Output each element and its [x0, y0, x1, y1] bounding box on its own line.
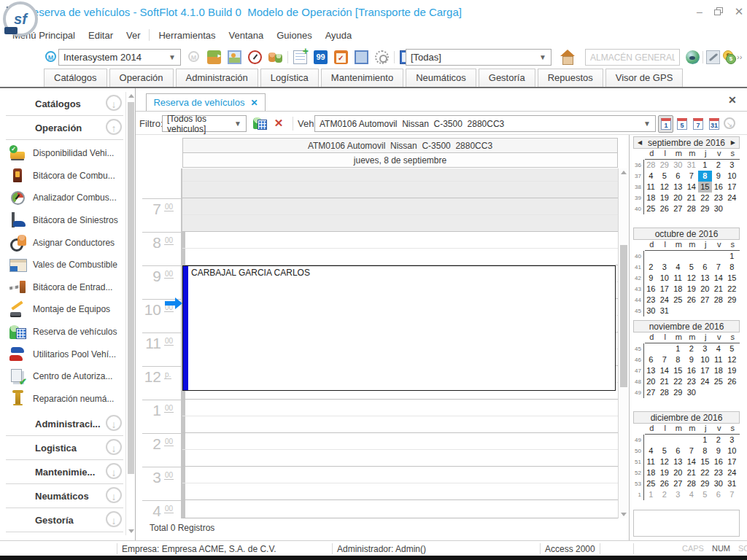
- calendar-day[interactable]: 18: [644, 192, 658, 203]
- sidebar-section-operacion[interactable]: Operación↑: [6, 116, 123, 140]
- todas-select[interactable]: [Todas]▼: [406, 49, 551, 66]
- sidebar-section-logistica[interactable]: Logistica↓: [6, 436, 123, 460]
- calendar-day[interactable]: 4: [671, 262, 685, 273]
- sidebar-section-neumaticos[interactable]: Neumáticos↓: [6, 484, 123, 508]
- calendar-day[interactable]: 5: [658, 446, 672, 456]
- calendar-day[interactable]: 5: [725, 343, 739, 354]
- table-grid-icon[interactable]: [355, 50, 368, 64]
- calendar-day[interactable]: 8: [725, 262, 739, 273]
- expand-arrow-icon[interactable]: ↓: [106, 463, 122, 479]
- sidebar-item-reserva-de-vehiculos[interactable]: Reserva de vehículos: [0, 321, 135, 343]
- calendar-day[interactable]: 26: [685, 295, 699, 306]
- calendar-day[interactable]: 10: [658, 273, 672, 284]
- panel-close-icon[interactable]: ✕: [728, 94, 737, 106]
- ribbon-tab-repuestos[interactable]: Repuestos: [538, 69, 603, 87]
- ribbon-tab-neumaticos[interactable]: Neumáticos: [406, 69, 476, 87]
- calendar-day[interactable]: 19: [685, 284, 699, 295]
- minimize-button[interactable]: –: [692, 4, 708, 19]
- home-icon[interactable]: [560, 50, 574, 64]
- scroll-up-icon[interactable]: [128, 94, 134, 98]
- expand-arrow-icon[interactable]: ↓: [106, 511, 122, 527]
- sidebar-item-utilitarios-pool-vehi[interactable]: Utilitarios Pool Vehí...: [0, 343, 135, 365]
- calendar-day[interactable]: 31: [685, 160, 699, 171]
- calendar-day[interactable]: 15: [725, 273, 739, 284]
- clear-filter-icon[interactable]: ✕: [271, 116, 286, 131]
- calendar-day[interactable]: 10: [725, 171, 739, 182]
- scrollbar-thumb[interactable]: [620, 245, 627, 387]
- calendar-day[interactable]: 19: [658, 467, 672, 478]
- menu-ayuda[interactable]: Ayuda: [319, 27, 359, 44]
- scroll-down-icon[interactable]: [621, 513, 627, 516]
- calendar-day[interactable]: 6: [644, 354, 658, 365]
- sidebar-item-bitacora-de-entrad[interactable]: Bitácora de Entrad...: [0, 276, 135, 299]
- calendar-day[interactable]: 29: [671, 387, 685, 398]
- calendar-day[interactable]: 20: [671, 467, 685, 478]
- clipboard-check-icon[interactable]: [334, 50, 348, 64]
- ribbon-tab-operacion[interactable]: Operación: [109, 69, 174, 87]
- ribbon-tab-catalogos[interactable]: Catálogos: [44, 69, 107, 87]
- calendar-day[interactable]: 17: [725, 456, 739, 467]
- sidebar-item-asignar-conductores[interactable]: Asignar Conductores: [0, 231, 135, 254]
- calendar-day[interactable]: 19: [658, 192, 672, 203]
- calendar-day[interactable]: 20: [698, 284, 712, 295]
- close-button[interactable]: ✕: [731, 4, 747, 19]
- calendar-day[interactable]: 28: [658, 387, 672, 398]
- menu-ver[interactable]: Ver: [120, 27, 147, 44]
- sidebar-item-vales-de-combustible[interactable]: Vales de Combustible: [0, 254, 135, 276]
- calendar-day[interactable]: 25: [644, 203, 658, 214]
- calendar-day[interactable]: 29: [658, 160, 672, 171]
- almacen-input[interactable]: [585, 49, 680, 66]
- calendar-day[interactable]: 3: [671, 489, 685, 500]
- calendar-day[interactable]: 27: [671, 203, 685, 214]
- calendar-day[interactable]: 2: [685, 343, 699, 354]
- sidebar-item-bitacora-de-siniestros[interactable]: Bitácora de Siniestros: [0, 209, 135, 232]
- scroll-up-icon[interactable]: [621, 171, 627, 174]
- calendar-day[interactable]: 21: [685, 467, 699, 478]
- calendar-day[interactable]: 9: [712, 446, 726, 456]
- ribbon-tab-visor-de-gps[interactable]: Visor de GPS: [605, 69, 684, 87]
- calendar-day[interactable]: 8: [698, 446, 712, 456]
- calendar-day[interactable]: 5: [658, 171, 672, 182]
- calendar-day[interactable]: 17: [658, 284, 672, 295]
- calendar-day[interactable]: 16: [712, 456, 726, 467]
- calendar-day[interactable]: 12: [725, 354, 739, 365]
- expand-arrow-icon[interactable]: ↓: [106, 95, 122, 111]
- calendar-day[interactable]: 16: [712, 182, 726, 192]
- calendar-day[interactable]: 21: [685, 192, 699, 203]
- calendar-day[interactable]: 28: [685, 478, 699, 489]
- restore-button[interactable]: [711, 4, 727, 19]
- calendar-day[interactable]: 22: [725, 284, 739, 295]
- calendar-day[interactable]: 23: [644, 295, 658, 306]
- sidebar-section-mantenimie[interactable]: Mantenimie...↓: [6, 460, 123, 484]
- module-m-icon[interactable]: M: [45, 51, 56, 62]
- scheduler-grid[interactable]: CARBAJAL GARCIA CARLOS: [182, 168, 618, 518]
- export-box-icon[interactable]: [207, 50, 221, 64]
- sidebar-item-centro-de-autoriza[interactable]: Centro de Autoriza...: [0, 365, 135, 388]
- calendar-day[interactable]: 29: [725, 295, 739, 306]
- calendar-day[interactable]: 30: [644, 306, 658, 316]
- menu-editar[interactable]: Editar: [82, 27, 120, 44]
- calendar-day[interactable]: 30: [712, 478, 726, 489]
- calendar-day[interactable]: 24: [698, 376, 712, 387]
- ribbon-tab-logistica[interactable]: Logística: [260, 69, 319, 87]
- calendar-day[interactable]: 27: [644, 387, 658, 398]
- calendar-day[interactable]: 13: [644, 365, 658, 376]
- calendar-day[interactable]: 4: [644, 171, 658, 182]
- calendar-day[interactable]: 28: [712, 295, 726, 306]
- globe-icon[interactable]: [686, 50, 700, 64]
- sidebar-section-catalogos[interactable]: Catálogos↓: [6, 92, 123, 116]
- calendar-day[interactable]: 22: [671, 376, 685, 387]
- calendar-day[interactable]: 18: [712, 365, 726, 376]
- calendar-day[interactable]: 22: [698, 467, 712, 478]
- menu-ventana[interactable]: Ventana: [222, 27, 271, 44]
- vehiculo-select[interactable]: ATM0106 Automovil Nissan C-3500 2880CC3▼: [314, 115, 656, 132]
- sidebar-item-bitacora-de-combu[interactable]: Bitácora de Combu...: [0, 165, 135, 187]
- expand-arrow-icon[interactable]: ↓: [106, 439, 122, 455]
- calendar-day[interactable]: 14: [658, 365, 672, 376]
- calendar-day[interactable]: 14: [685, 182, 699, 192]
- goto-date-icon[interactable]: ↘: [724, 117, 735, 129]
- calendar-day[interactable]: 16: [644, 284, 658, 295]
- calendar-day[interactable]: 12: [685, 273, 699, 284]
- filtro-select[interactable]: [Todos los vehiculos]▼: [162, 115, 247, 132]
- calendar-day[interactable]: 9: [712, 171, 726, 182]
